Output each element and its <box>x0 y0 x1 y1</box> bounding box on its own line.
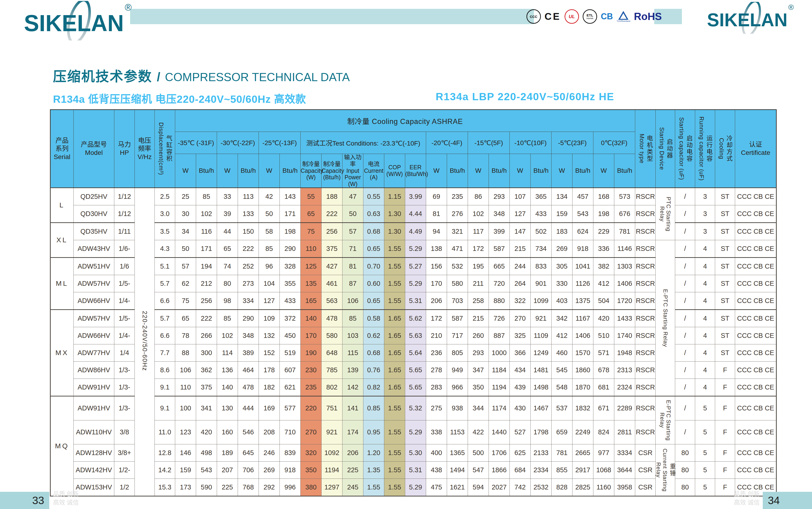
cb-icon: CB <box>601 12 613 22</box>
hp-cell: 1/6- <box>114 240 135 258</box>
test-capacity-btu-cell: 1194 <box>322 461 342 479</box>
test-eer-cell: 3.99 <box>405 188 426 205</box>
header-test-input-power: 输入功率 Input Power (W) <box>342 154 363 188</box>
capacity-cell: 382 <box>593 258 614 275</box>
capacity-cell: 471 <box>447 240 468 258</box>
running-capacitor-cell: 5 <box>695 479 715 496</box>
test-cop-cell: 1.65 <box>384 344 405 361</box>
serial-group-cell: L <box>50 188 74 223</box>
motor-type-cell: RSCR <box>635 275 656 292</box>
header-temp--10: -10℃(10F) <box>510 132 552 154</box>
capacity-cell: 500 <box>468 444 489 461</box>
hp-cell: 1/5- <box>114 275 135 292</box>
capacity-cell: 283 <box>426 379 447 396</box>
test-capacity-w-cell: 380 <box>301 479 322 496</box>
header-motor-zh: 电机类型 <box>647 135 652 162</box>
test-eer-cell: 5.27 <box>405 258 426 275</box>
hp-cell: 1/2 <box>114 479 135 496</box>
header-vhz-zh2: 频率 <box>135 145 154 153</box>
label: Capacity <box>301 167 321 174</box>
model-cell: QD35HV <box>74 223 114 240</box>
header-displacement: Displacement(cm³) 气缸容积 <box>155 110 175 188</box>
capacity-cell: 742 <box>510 479 531 496</box>
hp-cell: 1/12 <box>114 205 135 223</box>
test-capacity-w-cell: 55 <box>301 188 322 205</box>
hp-cell: 1/3- <box>114 361 135 379</box>
page-title: 压缩机技术参数 / COMPRESSOR TECHNICAL DATA <box>53 66 350 85</box>
capacity-cell: 434 <box>510 361 531 379</box>
test-capacity-w-cell: 220 <box>301 396 322 420</box>
capacity-cell: 215 <box>468 309 489 327</box>
capacity-cell: 39 <box>217 205 238 223</box>
header-unit-w: W <box>468 154 489 188</box>
test-current-cell: 1.55 <box>363 479 384 496</box>
test-capacity-btu-cell: 648 <box>322 344 342 361</box>
capacity-cell: 420 <box>196 420 217 444</box>
capacity-cell: 42 <box>259 188 280 205</box>
header-temp--25: -25℃(-13F) <box>259 132 301 154</box>
capacity-cell: 123 <box>175 420 196 444</box>
starting-device-cell: Current Starting Relay重锤 <box>656 444 675 496</box>
capacity-cell: 198 <box>593 205 614 223</box>
test-cop-cell: 1.55 <box>384 240 405 258</box>
capacity-cell: 229 <box>593 223 614 240</box>
capacity-cell: 726 <box>489 309 510 327</box>
starting-capacitor-cell: / <box>675 292 695 309</box>
capacity-cell: 78 <box>175 327 196 344</box>
capacity-cell: 805 <box>447 344 468 361</box>
cooling-method-cell: F <box>715 479 735 496</box>
capacity-cell: 1041 <box>573 258 593 275</box>
test-cop-cell: 1.55 <box>384 275 405 292</box>
label: 制冷量 <box>301 161 321 167</box>
displacement-cell: 6.6 <box>155 327 175 344</box>
certificate-cell: CCC CB CE <box>735 444 776 461</box>
header-temp--5: -5℃(23F) <box>552 132 593 154</box>
displacement-cell: 9.1 <box>155 396 175 420</box>
header-test-cop: COP (W/W) <box>384 154 405 188</box>
capacity-cell: 2334 <box>531 461 552 479</box>
capacity-cell: 2289 <box>614 396 635 420</box>
capacity-cell: 676 <box>614 205 635 223</box>
capacity-cell: 330 <box>552 275 573 292</box>
test-capacity-btu-cell: 375 <box>322 240 342 258</box>
test-eer-cell: 5.29 <box>405 479 426 496</box>
capacity-cell: 833 <box>531 258 552 275</box>
test-cop-cell: 1.55 <box>384 292 405 309</box>
header-rcap-en: Running capacitor (uF) <box>698 116 705 181</box>
capacity-cell: 290 <box>238 309 259 327</box>
motor-type-cell: RSCR <box>635 292 656 309</box>
capacity-cell: 2133 <box>531 444 552 461</box>
header-temp--35: -35℃ (-31F) <box>175 132 217 154</box>
hp-cell: 3/8 <box>114 420 135 444</box>
capacity-cell: 127 <box>510 205 531 223</box>
capacity-cell: 269 <box>552 240 573 258</box>
test-current-cell: 0.60 <box>363 275 384 292</box>
capacity-cell: 355 <box>280 275 301 292</box>
capacity-cell: 671 <box>593 396 614 420</box>
running-capacitor-cell: 3 <box>695 188 715 205</box>
capacity-cell: 321 <box>447 223 468 240</box>
label: (W) <box>301 174 321 181</box>
header-unit-btu: Btu/h <box>238 154 259 188</box>
capacity-cell: 921 <box>531 309 552 327</box>
test-capacity-w-cell: 235 <box>301 379 322 396</box>
capacity-cell: 290 <box>280 240 301 258</box>
label: Power <box>342 174 363 181</box>
capacity-cell: 293 <box>489 188 510 205</box>
capacity-cell: 215 <box>510 240 531 258</box>
capacity-cell: 252 <box>238 258 259 275</box>
capacity-cell: 824 <box>593 420 614 444</box>
capacity-cell: 464 <box>238 361 259 379</box>
ccc-label: CCC <box>530 15 538 19</box>
capacity-cell: 1948 <box>614 344 635 361</box>
capacity-cell: 69 <box>426 188 447 205</box>
starting-capacitor-cell: 80 <box>675 461 695 479</box>
capacity-cell: 545 <box>552 361 573 379</box>
capacity-cell: 1406 <box>614 275 635 292</box>
capacity-cell: 1109 <box>531 327 552 344</box>
capacity-cell: 403 <box>552 292 573 309</box>
test-cop-cell: 1.30 <box>384 205 405 223</box>
certificate-cell: CCC CB CE <box>735 379 776 396</box>
capacity-cell: 98 <box>217 292 238 309</box>
capacity-cell: 399 <box>489 223 510 240</box>
